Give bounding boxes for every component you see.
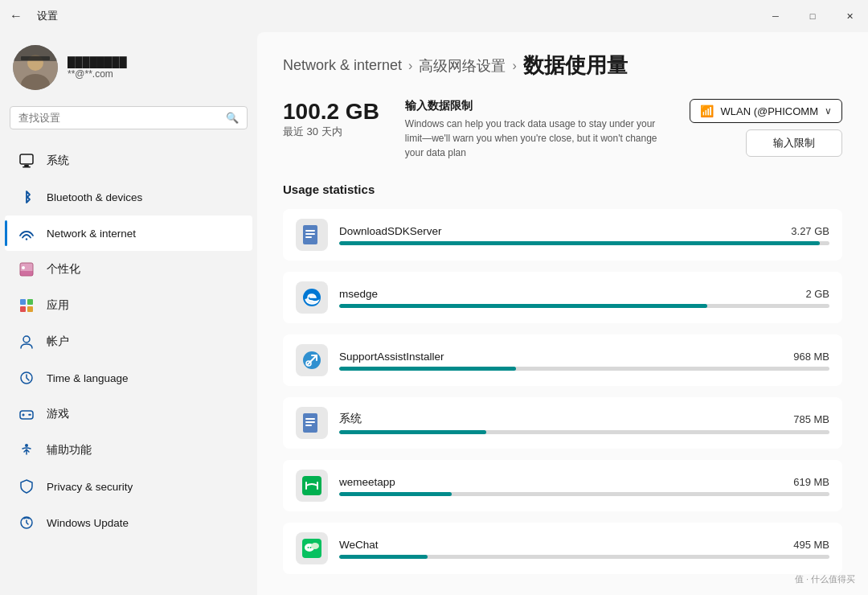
svg-rect-30 [305,421,315,423]
sidebar-item-personalization[interactable]: 个性化 [5,252,252,287]
sidebar-item-apps[interactable]: 应用 [5,288,252,323]
watermark: 值 · 什么值得买 [795,573,855,585]
breadcrumb-sep-1: › [408,59,412,73]
sidebar-item-network[interactable]: Network & internet [5,215,252,251]
app-name: 系统 [339,412,362,426]
breadcrumb-advanced[interactable]: 高级网络设置 [419,56,506,76]
sidebar-item-accessibility[interactable]: 辅助功能 [5,433,252,468]
data-usage-header: 100.2 GB 最近 30 天内 输入数据限制 Windows can hel… [283,99,842,160]
sidebar-label-accounts: 帐户 [47,334,69,349]
svg-point-8 [26,238,27,240]
progress-fill [339,492,452,496]
progress-track [339,430,829,434]
svg-rect-32 [302,476,321,495]
apps-icon [18,297,35,314]
enter-limit-button[interactable]: 输入限制 [746,129,842,157]
svg-rect-7 [23,166,31,168]
usage-list-item[interactable]: SupportAssistInstaller 968 MB [283,334,842,386]
title-bar-title: 设置 [37,9,58,23]
app-name: DownloadSDKServer [339,225,442,237]
accessibility-icon [18,441,35,459]
svg-point-37 [310,547,312,548]
accounts-icon [18,333,35,351]
maximize-button[interactable]: □ [794,0,831,32]
svg-rect-6 [24,165,29,166]
app-size: 495 MB [793,539,829,551]
usage-list-item[interactable]: 系统 785 MB [283,397,842,449]
progress-track [339,304,829,308]
network-selector[interactable]: 📶 WLAN (@PHICOMM ∨ [690,99,842,123]
app-row: wemeetapp 619 MB [339,476,829,488]
avatar [13,45,58,90]
user-name: ████████ [68,56,127,68]
sidebar-nav: 系统 Bluetooth & devices Network & interne… [0,142,257,541]
close-button[interactable]: ✕ [831,0,868,32]
breadcrumb-sep-2: › [512,59,516,73]
sidebar-item-bluetooth[interactable]: Bluetooth & devices [5,179,252,215]
search-input[interactable] [18,112,219,124]
sidebar-label-accessibility: 辅助功能 [47,443,92,458]
user-profile[interactable]: ████████ **@**.com [0,32,257,106]
user-email: **@**.com [68,68,127,80]
app-icon-box [296,281,328,314]
system-icon [18,152,35,170]
sidebar-item-accounts[interactable]: 帐户 [5,324,252,359]
search-box[interactable]: 🔍 [10,106,248,129]
main-content: Network & internet › 高级网络设置 › 数据使用量 100.… [257,32,868,595]
sidebar-label-time: Time & language [47,372,129,384]
app-info: DownloadSDKServer 3.27 GB [339,225,829,245]
svg-point-19 [25,444,28,447]
usage-list-item[interactable]: DownloadSDKServer 3.27 GB [283,209,842,261]
sidebar-label-system: 系统 [47,154,69,168]
progress-fill [339,555,428,559]
svg-rect-23 [305,233,315,235]
app-info: SupportAssistInstaller 968 MB [339,351,829,371]
svg-point-36 [308,547,309,548]
app-row: 系统 785 MB [339,412,829,426]
sidebar-item-time[interactable]: Time & language [5,360,252,396]
back-arrow[interactable]: ← [10,9,23,23]
svg-point-16 [23,336,30,343]
svg-rect-5 [20,154,33,164]
sidebar-label-personalization: 个性化 [47,262,80,277]
app-info: 系统 785 MB [339,412,829,434]
progress-track [339,492,829,496]
data-usage-period: 最近 30 天内 [283,125,379,139]
app-row: WeChat 495 MB [339,539,829,551]
app-icon-box [296,344,328,376]
usage-list-item[interactable]: msedge 2 GB [283,272,842,323]
limit-title: 输入数据限制 [405,99,665,113]
app-size: 785 MB [793,413,829,425]
sidebar-label-update: Windows Update [47,517,129,529]
svg-point-35 [311,543,319,549]
title-bar: ← 设置 ─ □ ✕ [0,0,868,32]
app-info: wemeetapp 619 MB [339,476,829,496]
progress-fill [339,430,486,434]
svg-point-11 [22,266,25,269]
chevron-down-icon: ∨ [825,105,832,117]
minimize-button[interactable]: ─ [757,0,794,32]
gaming-icon [18,405,35,423]
sidebar-item-gaming[interactable]: 游戏 [5,396,252,432]
breadcrumb-network[interactable]: Network & internet [283,57,402,74]
app-name: wemeetapp [339,476,395,488]
svg-rect-4 [21,56,50,60]
app-icon-box [296,470,328,502]
svg-rect-12 [20,299,26,305]
svg-rect-31 [305,425,312,426]
breadcrumb-current: 数据使用量 [523,51,628,80]
usage-stats-title: Usage statistics [283,183,842,196]
app-row: msedge 2 GB [339,288,829,300]
sidebar-label-network: Network & internet [47,228,136,240]
usage-list-item[interactable]: wemeetapp 619 MB [283,460,842,511]
sidebar-item-update[interactable]: Windows Update [5,505,252,540]
sidebar: ████████ **@**.com 🔍 系统 Blueto [0,32,257,595]
privacy-icon [18,478,35,495]
time-icon [18,369,35,387]
sidebar-label-bluetooth: Bluetooth & devices [47,191,142,203]
usage-list-item[interactable]: WeChat 495 MB [283,523,842,574]
progress-fill [339,367,516,371]
sidebar-item-privacy[interactable]: Privacy & security [5,469,252,504]
sidebar-item-system[interactable]: 系统 [5,143,252,178]
title-bar-controls: ─ □ ✕ [757,0,868,32]
